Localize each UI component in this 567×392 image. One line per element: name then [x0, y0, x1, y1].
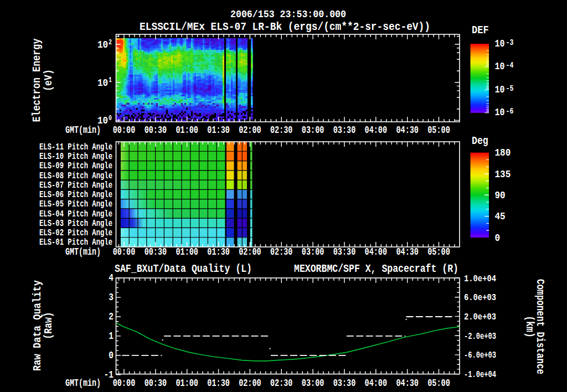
svg-text:02:00: 02:00 [239, 125, 261, 136]
svg-text:-2.0e+03: -2.0e+03 [464, 331, 496, 342]
svg-text:MEXORBMC/SPF X, Spacecraft (R): MEXORBMC/SPF X, Spacecraft (R) [294, 262, 458, 275]
svg-text:10: 10 [495, 38, 505, 49]
svg-text:10: 10 [97, 76, 108, 89]
svg-text:(Raw): (Raw) [42, 312, 54, 339]
svg-text:ELS-04 Pitch Angle: ELS-04 Pitch Angle [39, 209, 112, 219]
svg-text:ELS-06 Pitch Angle: ELS-06 Pitch Angle [39, 190, 112, 200]
svg-text:03:30: 03:30 [333, 125, 356, 136]
svg-text:04:00: 04:00 [365, 378, 388, 389]
svg-text:ELS-07 Pitch Angle: ELS-07 Pitch Angle [39, 180, 112, 190]
svg-text:01:00: 01:00 [176, 378, 198, 389]
svg-text:00:30: 00:30 [145, 378, 167, 389]
svg-text:ELS-08 Pitch Angle: ELS-08 Pitch Angle [39, 171, 112, 180]
svg-text:90: 90 [495, 189, 506, 202]
svg-text:-3: -3 [506, 38, 514, 47]
svg-text:10: 10 [97, 39, 108, 51]
svg-text:Raw Data Quality: Raw Data Quality [31, 280, 43, 371]
svg-text:01:00: 01:00 [176, 125, 198, 136]
svg-text:Deg: Deg [472, 135, 488, 147]
svg-text:0: 0 [109, 349, 114, 361]
svg-text:135: 135 [495, 168, 511, 180]
svg-text:00:00: 00:00 [113, 378, 136, 389]
svg-text:ELS-03 Pitch Angle: ELS-03 Pitch Angle [39, 218, 112, 228]
svg-text:Component Distance: Component Distance [534, 279, 546, 374]
svg-text:(km): (km) [523, 316, 535, 338]
svg-text:3: 3 [109, 292, 114, 303]
svg-text:00:00: 00:00 [113, 125, 136, 136]
svg-text:Electron Energy: Electron Energy [31, 38, 43, 122]
svg-text:2: 2 [109, 39, 112, 46]
svg-text:-4: -4 [506, 61, 514, 70]
svg-text:04:30: 04:30 [396, 378, 419, 389]
svg-text:04:30: 04:30 [396, 125, 419, 136]
svg-text:-5: -5 [506, 84, 514, 94]
svg-text:0: 0 [109, 115, 112, 122]
svg-text:ELS-02 Pitch Angle: ELS-02 Pitch Angle [39, 228, 112, 238]
svg-text:10: 10 [495, 84, 505, 95]
svg-text:00:30: 00:30 [145, 125, 167, 136]
svg-text:02:00: 02:00 [239, 246, 261, 257]
svg-text:00:00: 00:00 [113, 246, 136, 257]
svg-text:02:30: 02:30 [270, 246, 293, 257]
svg-text:03:30: 03:30 [333, 378, 356, 389]
svg-text:03:00: 03:00 [302, 246, 324, 257]
svg-text:-1.0e+04: -1.0e+04 [464, 369, 496, 380]
svg-text:GMT(min): GMT(min) [65, 125, 101, 136]
svg-text:04:30: 04:30 [396, 246, 419, 257]
svg-text:02:30: 02:30 [270, 378, 293, 389]
svg-text:ELS-09 Pitch Angle: ELS-09 Pitch Angle [39, 161, 112, 171]
svg-text:03:00: 03:00 [302, 125, 324, 136]
svg-text:SAF_BXuT/Data Quality (L): SAF_BXuT/Data Quality (L) [115, 262, 252, 275]
svg-text:ELS-10 Pitch Angle: ELS-10 Pitch Angle [39, 151, 112, 161]
svg-text:-1: -1 [104, 369, 114, 380]
svg-text:01:30: 01:30 [207, 246, 230, 257]
svg-text:04:00: 04:00 [365, 246, 388, 257]
svg-text:45: 45 [495, 210, 506, 223]
svg-text:01:00: 01:00 [176, 246, 198, 257]
svg-text:ELS-11 Pitch Angle: ELS-11 Pitch Angle [39, 142, 112, 152]
svg-text:ELS-01 Pitch Angle: ELS-01 Pitch Angle [39, 238, 112, 247]
svg-text:6.0e+03: 6.0e+03 [464, 292, 496, 303]
svg-text:2006/153 23:53:00.000: 2006/153 23:53:00.000 [230, 8, 346, 20]
svg-text:05:00: 05:00 [427, 246, 450, 257]
svg-text:05:00: 05:00 [427, 125, 450, 136]
svg-text:10: 10 [495, 61, 505, 73]
svg-text:GMT(min): GMT(min) [65, 246, 101, 257]
svg-text:1: 1 [109, 330, 114, 342]
svg-text:10: 10 [495, 107, 505, 118]
svg-text:0: 0 [495, 231, 501, 244]
svg-text:03:30: 03:30 [333, 246, 356, 257]
svg-text:GMT(min): GMT(min) [65, 378, 101, 389]
svg-text:1.0e+04: 1.0e+04 [464, 273, 496, 284]
svg-text:02:30: 02:30 [270, 125, 293, 136]
svg-text:2: 2 [109, 311, 114, 323]
svg-text:03:00: 03:00 [302, 378, 324, 389]
svg-text:ELS-05 Pitch Angle: ELS-05 Pitch Angle [39, 199, 112, 209]
svg-text:-6: -6 [506, 107, 514, 116]
svg-text:ELSSCIL/MEx ELS-07 LR-Bk (erg: ELSSCIL/MEx ELS-07 LR-Bk (ergs/(cm**2-sr… [140, 20, 430, 34]
svg-text:2.0e+03: 2.0e+03 [464, 312, 496, 323]
svg-text:04:00: 04:00 [365, 125, 388, 136]
svg-text:05:00: 05:00 [427, 378, 450, 389]
svg-text:01:30: 01:30 [207, 125, 230, 136]
svg-text:180: 180 [495, 147, 511, 159]
svg-text:10: 10 [97, 115, 108, 127]
svg-text:1: 1 [109, 76, 112, 84]
svg-text:4: 4 [109, 272, 114, 284]
svg-text:DEF: DEF [472, 23, 489, 37]
svg-text:(eV): (eV) [42, 69, 54, 91]
svg-text:00:30: 00:30 [145, 246, 167, 257]
svg-text:02:00: 02:00 [239, 378, 261, 389]
svg-text:01:30: 01:30 [207, 378, 230, 389]
svg-text:-6.0e+03: -6.0e+03 [464, 350, 496, 361]
